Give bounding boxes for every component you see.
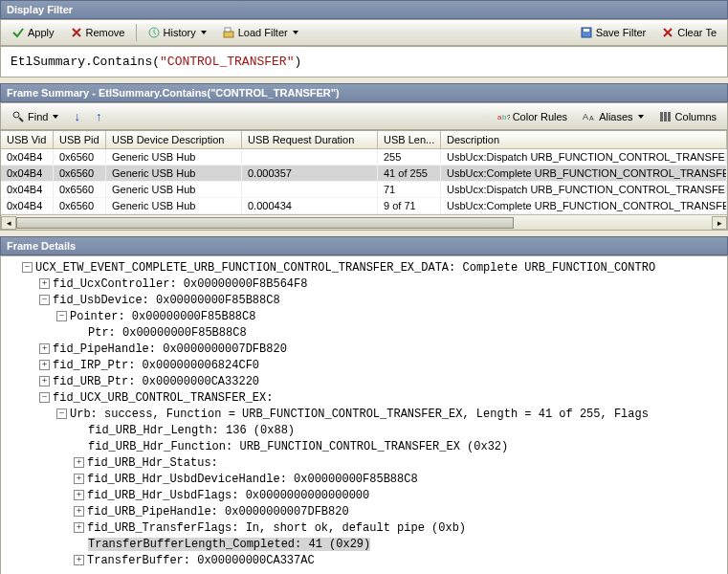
arrow-down-icon: ↓ <box>74 109 80 123</box>
columns-label: Columns <box>675 111 717 122</box>
tree-node[interactable]: fid_URB_Hdr_Function: URB_FUNCTION_CONTR… <box>1 439 725 455</box>
tree-node[interactable]: −fid_UCX_URB_CONTROL_TRANSFER_EX: <box>1 390 725 407</box>
collapse-icon[interactable]: − <box>56 408 67 419</box>
save-filter-label: Save Filter <box>596 27 647 38</box>
arrow-up-button[interactable]: ↑ <box>89 106 109 126</box>
columns-button[interactable]: Columns <box>652 107 723 126</box>
col-usb-vid[interactable]: USB Vid <box>1 131 54 149</box>
collapse-icon[interactable]: − <box>39 295 50 305</box>
save-filter-button[interactable]: Save Filter <box>573 23 653 42</box>
chevron-down-icon <box>638 115 644 119</box>
remove-icon <box>70 26 83 39</box>
table-cell: 0.000357 <box>242 166 378 181</box>
col-usb-pid[interactable]: USB Pid <box>54 131 106 149</box>
chevron-down-icon <box>53 115 58 119</box>
clear-text-button[interactable]: Clear Te <box>654 23 723 42</box>
expand-icon[interactable]: + <box>74 555 84 565</box>
aliases-button[interactable]: AA Aliases <box>576 107 650 126</box>
expand-icon[interactable]: + <box>39 376 50 386</box>
table-cell: 0x04B4 <box>1 198 54 213</box>
table-cell: 71 <box>378 182 441 197</box>
table-cell: UsbUcx:Complete URB_FUNCTION_CONTROL_TRA… <box>441 166 727 181</box>
scroll-right-button[interactable]: ▸ <box>712 216 727 230</box>
color-rules-button[interactable]: ab? Color Rules <box>490 107 574 126</box>
col-usb-device-description[interactable]: USB Device Description <box>106 131 242 149</box>
svg-text:A: A <box>589 115 594 121</box>
find-button[interactable]: Find <box>5 107 65 126</box>
load-icon <box>222 26 235 39</box>
history-button[interactable]: History <box>141 23 213 42</box>
tree-node[interactable]: −Pointer: 0x00000000F85B88C8 <box>1 309 725 325</box>
scroll-track[interactable] <box>16 216 712 230</box>
col-usb-len[interactable]: USB Len... <box>378 131 441 149</box>
table-row[interactable]: 0x04B40x6560Generic USB Hub0.00035741 of… <box>1 166 727 182</box>
apply-button[interactable]: Apply <box>5 23 61 42</box>
tree-node[interactable]: Ptr: 0x00000000F85B88C8 <box>1 325 725 342</box>
expand-icon[interactable]: + <box>74 474 84 484</box>
expand-icon[interactable]: + <box>74 457 84 468</box>
arrow-down-button[interactable]: ↓ <box>67 106 87 126</box>
tree-node[interactable]: +TransferBuffer: 0x00000000CA337AC <box>1 553 725 569</box>
expand-icon[interactable]: + <box>74 506 84 517</box>
scroll-thumb[interactable] <box>16 217 514 229</box>
svg-point-5 <box>13 112 19 118</box>
col-usb-request-duration[interactable]: USB Request Duration <box>242 131 378 149</box>
chevron-down-icon <box>201 31 207 34</box>
frame-summary-grid[interactable]: USB Vid USB Pid USB Device Description U… <box>0 130 728 231</box>
frame-details-tree[interactable]: −UCX_ETW_EVENT_COMPLETE_URB_FUNCTION_CON… <box>0 255 728 574</box>
svg-rect-13 <box>668 112 671 121</box>
expand-icon[interactable]: + <box>39 278 50 289</box>
history-icon <box>147 26 161 39</box>
tree-node[interactable]: +fid_URB_PipeHandle: 0x0000000007DFB820 <box>1 504 725 520</box>
tree-node[interactable]: +fid_UcxController: 0x00000000F8B564F8 <box>1 276 725 293</box>
table-cell: 0x04B4 <box>1 166 54 181</box>
collapse-icon[interactable]: − <box>39 392 50 403</box>
separator <box>136 24 137 41</box>
columns-icon <box>659 110 673 123</box>
tree-node[interactable]: +fid_URB_Ptr: 0x00000000CA33220 <box>1 374 725 390</box>
apply-label: Apply <box>28 27 55 38</box>
table-row[interactable]: 0x04B40x6560Generic USB Hub255UsbUcx:Dis… <box>1 149 727 166</box>
filter-expr-suffix: ) <box>294 55 301 69</box>
tree-node[interactable]: +fid_URB_TransferFlags: In, short ok, de… <box>1 520 725 537</box>
tree-node[interactable]: +fid_IRP_Ptr: 0x000000006824CF0 <box>1 358 725 374</box>
tree-node[interactable]: TransferBufferLength_Completed: 41 (0x29… <box>1 537 725 553</box>
table-cell: 0x6560 <box>54 198 106 213</box>
table-cell: Generic USB Hub <box>106 149 242 165</box>
chevron-down-icon <box>293 31 298 34</box>
table-cell: 0x6560 <box>54 149 106 165</box>
apply-icon <box>11 26 25 39</box>
tree-node[interactable]: +fid_URB_Hdr_Status: <box>1 455 725 472</box>
load-filter-button[interactable]: Load Filter <box>215 23 305 42</box>
remove-button[interactable]: Remove <box>63 23 132 42</box>
aliases-icon: AA <box>583 110 596 123</box>
table-cell: 0x04B4 <box>1 149 54 165</box>
filter-expression-editor[interactable]: EtlSummary.Contains("CONTROL_TRANSFER") <box>0 46 728 77</box>
tree-node[interactable]: −UCX_ETW_EVENT_COMPLETE_URB_FUNCTION_CON… <box>1 260 725 276</box>
tree-node[interactable]: +fid_PipeHandle: 0x0000000007DFB820 <box>1 342 725 358</box>
find-label: Find <box>28 111 48 122</box>
table-cell: 9 of 71 <box>378 198 441 213</box>
expand-icon[interactable]: + <box>39 343 50 354</box>
collapse-icon[interactable]: − <box>22 262 33 273</box>
tree-node[interactable]: −Urb: success, Function = URB_FUNCTION_C… <box>1 407 725 423</box>
expand-icon[interactable]: + <box>74 522 84 533</box>
svg-text:?: ? <box>507 114 510 121</box>
tree-node[interactable]: fid_URB_Hdr_Length: 136 (0x88) <box>1 423 725 439</box>
horizontal-scrollbar[interactable]: ◂ ▸ <box>1 214 727 230</box>
display-filter-toolbar: Apply Remove History Load Filter Save Fi… <box>0 19 728 46</box>
expand-icon[interactable]: + <box>74 490 84 500</box>
svg-rect-4 <box>584 29 589 32</box>
tree-node[interactable]: +fid_URB_Hdr_UsbdFlags: 0x00000000000000… <box>1 488 725 504</box>
tree-node[interactable]: +fid_URB_Hdr_UsbdDeviceHandle: 0x0000000… <box>1 472 725 488</box>
tree-node[interactable]: −fid_UsbDevice: 0x00000000F85B88C8 <box>1 293 725 309</box>
svg-rect-12 <box>664 112 667 121</box>
scroll-left-button[interactable]: ◂ <box>1 216 16 230</box>
table-row[interactable]: 0x04B40x6560Generic USB Hub0.0004349 of … <box>1 198 727 214</box>
col-description[interactable]: Description <box>441 131 727 149</box>
find-icon <box>11 110 25 123</box>
table-row[interactable]: 0x04B40x6560Generic USB Hub71UsbUcx:Disp… <box>1 182 727 198</box>
frame-summary-title: Frame Summary - EtlSummary.Contains("CON… <box>0 83 728 102</box>
collapse-icon[interactable]: − <box>56 311 67 321</box>
expand-icon[interactable]: + <box>39 360 50 370</box>
